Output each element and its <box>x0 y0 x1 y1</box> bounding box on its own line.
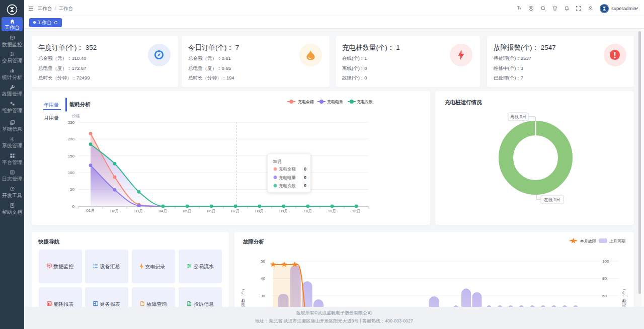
svg-text:30: 30 <box>261 294 265 298</box>
svg-text:80: 80 <box>602 276 607 281</box>
svg-text:50: 50 <box>261 259 265 264</box>
svg-text:250: 250 <box>68 120 75 125</box>
svg-text:50: 50 <box>70 187 74 192</box>
svg-text:60: 60 <box>602 294 607 298</box>
svg-text:上月同期: 上月同期 <box>609 239 625 243</box>
svg-text:充电金额: 充电金额 <box>298 100 314 104</box>
svg-text:40: 40 <box>261 276 265 281</box>
svg-text:10月: 10月 <box>304 209 312 213</box>
svg-text:100: 100 <box>602 259 609 264</box>
svg-text:07月: 07月 <box>231 209 240 213</box>
svg-text:故障分析: 故障分析 <box>243 238 265 244</box>
svg-text:09月: 09月 <box>280 209 288 213</box>
svg-text:08月: 08月 <box>256 209 264 213</box>
svg-text:150: 150 <box>68 154 75 158</box>
svg-text:价格: 价格 <box>71 114 80 118</box>
svg-text:本月故障: 本月故障 <box>580 239 596 243</box>
svg-text:离线:0只: 离线:0只 <box>510 114 527 119</box>
svg-text:充电次数: 充电次数 <box>357 100 373 104</box>
svg-text:充电桩运行情况: 充电桩运行情况 <box>444 99 482 105</box>
svg-text:08月: 08月 <box>273 159 282 164</box>
svg-text:充电电量: 充电电量 <box>327 100 343 104</box>
svg-text:06月: 06月 <box>207 209 216 213</box>
svg-text:充电电量: 充电电量 <box>279 175 296 180</box>
svg-text:月用量: 月用量 <box>44 115 59 121</box>
svg-text:同期数（个）: 同期数（个） <box>622 287 626 307</box>
svg-text:0: 0 <box>72 204 75 209</box>
svg-text:充电金额: 充电金额 <box>279 167 296 172</box>
svg-text:充电次数: 充电次数 <box>279 183 296 188</box>
svg-text:05月: 05月 <box>183 209 192 213</box>
svg-text:年用量: 年用量 <box>44 102 59 108</box>
svg-text:0: 0 <box>304 167 306 172</box>
svg-text:能耗分析: 能耗分析 <box>69 101 91 107</box>
svg-text:故障数（个）: 故障数（个） <box>241 287 246 307</box>
svg-text:0: 0 <box>304 183 306 188</box>
svg-text:01月: 01月 <box>87 208 95 213</box>
svg-text:200: 200 <box>68 137 75 141</box>
svg-text:0: 0 <box>304 175 306 180</box>
svg-text:在线:1只: 在线:1只 <box>544 197 560 202</box>
svg-text:03月: 03月 <box>135 209 143 213</box>
svg-text:11月: 11月 <box>328 209 336 213</box>
svg-text:04月: 04月 <box>159 209 168 213</box>
svg-text:12月: 12月 <box>352 209 361 213</box>
svg-text:100: 100 <box>68 171 75 175</box>
svg-text:02月: 02月 <box>111 209 119 213</box>
